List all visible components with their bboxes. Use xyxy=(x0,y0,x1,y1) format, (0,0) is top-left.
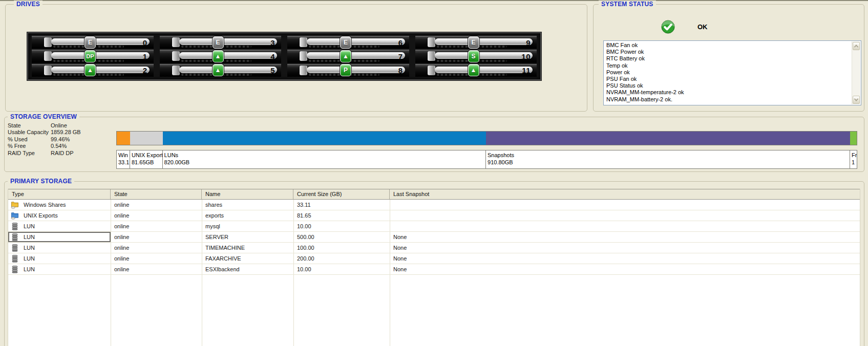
chevron-down-icon xyxy=(854,97,858,101)
field-percent-used: % Used 99.46% xyxy=(8,136,81,143)
row-state: online xyxy=(111,232,202,242)
table-row[interactable]: LUN online mysql 10.00 xyxy=(8,221,860,232)
table-row-selected[interactable]: LUN online SERVER 500.00 None xyxy=(8,232,860,243)
row-type: LUN xyxy=(24,243,35,253)
drive-status-badge: DP xyxy=(84,50,96,62)
drive-latch xyxy=(428,51,435,61)
drive-handle xyxy=(179,67,278,73)
capacity-segment-windows xyxy=(117,132,130,145)
row-type: LUN xyxy=(24,253,35,264)
primary-storage-title: PRIMARY STORAGE xyxy=(8,178,74,185)
row-state: online xyxy=(111,264,202,274)
storage-overview-fields: State Online Usable Capacity 1859.28 GB … xyxy=(8,122,81,157)
drive-status-badge: ▲ xyxy=(340,50,351,62)
status-list-scrollbar[interactable] xyxy=(852,41,860,104)
row-state: online xyxy=(111,210,202,221)
drive-status-badge: S xyxy=(468,50,479,62)
legend-unix: UNIX Export 81.65GB xyxy=(130,150,163,168)
system-status-title: SYSTEM STATUS xyxy=(599,1,656,8)
drive-bay-11[interactable]: 11 ▲ xyxy=(415,64,537,77)
field-usable-capacity: Usable Capacity 1859.28 GB xyxy=(8,129,81,136)
drive-number: 11 xyxy=(522,66,531,75)
row-state: online xyxy=(111,200,202,210)
drive-bay-1[interactable]: 1 DP xyxy=(32,50,154,62)
lun-disk-icon xyxy=(11,244,19,252)
drive-bay-10[interactable]: 10 S xyxy=(415,50,537,62)
drive-latch xyxy=(172,37,180,47)
column-header-type[interactable]: Type xyxy=(8,189,111,199)
drive-bay-5[interactable]: 5 ▲ xyxy=(160,64,282,77)
drive-status-badge: ▲ xyxy=(213,50,224,62)
drive-number: 7 xyxy=(398,52,403,60)
scroll-up-button[interactable] xyxy=(853,42,860,50)
row-size: 500.00 xyxy=(293,232,390,242)
field-percent-free: % Free 0.54% xyxy=(8,143,81,149)
legend-windows: Win 33.1 xyxy=(117,150,130,168)
row-size: 100.00 xyxy=(293,243,390,253)
field-state: State Online xyxy=(8,122,81,129)
drive-number: 1 xyxy=(143,52,147,60)
drive-number: 5 xyxy=(270,66,275,75)
drive-latch xyxy=(300,51,307,61)
scroll-down-button[interactable] xyxy=(853,96,860,104)
drive-latch xyxy=(44,37,52,47)
drive-latch xyxy=(44,51,52,61)
drive-handle xyxy=(307,38,405,45)
drive-status-badge: E xyxy=(213,36,224,49)
drive-latch xyxy=(428,66,435,75)
table-row[interactable]: Windows Shares online shares 33.11 xyxy=(8,200,860,210)
row-size: 10.00 xyxy=(293,264,390,274)
drive-handle xyxy=(51,67,150,73)
row-name: mysql xyxy=(202,221,293,231)
drive-bay-6[interactable]: 6 E xyxy=(287,36,409,49)
table-row[interactable]: LUN online ESXIbackend 10.00 None xyxy=(8,264,860,275)
column-header-size[interactable]: Current Size (GB) xyxy=(293,189,390,199)
drive-bay-4[interactable]: 4 ▲ xyxy=(160,50,282,62)
drive-number: 4 xyxy=(270,52,275,60)
drive-latch xyxy=(428,37,435,47)
lun-disk-icon xyxy=(11,233,19,241)
system-status-state: OK xyxy=(661,20,708,34)
drive-latch xyxy=(172,51,180,61)
status-message: BMC Fan ok xyxy=(606,42,850,49)
drive-latch xyxy=(300,66,307,75)
drive-bay-8[interactable]: 8 P xyxy=(287,64,409,77)
status-message: PSU Status ok xyxy=(606,82,850,89)
drive-bay-7[interactable]: 7 ▲ xyxy=(287,50,409,62)
row-size: 10.00 xyxy=(293,221,390,231)
drive-latch xyxy=(172,66,180,75)
row-type: Windows Shares xyxy=(24,200,66,210)
drive-bay-2[interactable]: 2 ▲ xyxy=(32,64,154,77)
drive-bay-0[interactable]: 0 E xyxy=(32,36,154,49)
row-name: exports xyxy=(202,210,293,221)
drive-number: 6 xyxy=(398,38,403,47)
row-name: TIMEMACHINE xyxy=(202,243,293,253)
status-message: Temp ok xyxy=(606,62,850,69)
drive-number: 0 xyxy=(143,38,147,47)
column-header-last-snapshot[interactable]: Last Snapshot xyxy=(390,189,860,199)
row-size: 81.65 xyxy=(293,210,390,221)
drive-bay-3[interactable]: 3 E xyxy=(160,36,282,49)
row-state: online xyxy=(111,253,202,264)
table-row[interactable]: UNIX Exports online exports 81.65 xyxy=(8,210,860,221)
primary-storage-table: Type State Name Current Size (GB) Last S… xyxy=(8,189,860,346)
drive-handle xyxy=(179,38,278,45)
row-type: LUN xyxy=(24,232,35,242)
row-last-snapshot xyxy=(390,210,860,221)
column-header-state[interactable]: State xyxy=(111,189,202,199)
drive-status-badge: ▲ xyxy=(468,64,479,76)
table-row[interactable]: LUN online FAXARCHIVE 200.00 None xyxy=(8,253,860,264)
primary-storage-groupbox: PRIMARY STORAGE Type State Name Current … xyxy=(4,181,864,346)
table-row[interactable]: LUN online TIMEMACHINE 100.00 None xyxy=(8,243,860,253)
drive-bay-9[interactable]: 9 E xyxy=(415,36,537,49)
row-name: FAXARCHIVE xyxy=(202,253,293,264)
system-status-list[interactable]: BMC Fan ok BMC Power ok RTC Battery ok T… xyxy=(603,40,861,105)
drive-status-badge: E xyxy=(84,36,96,49)
status-message: RTC Battery ok xyxy=(606,55,850,62)
drive-enclosure: 0 E 1 DP 2 ▲ 3 xyxy=(27,32,541,80)
column-header-name[interactable]: Name xyxy=(202,189,293,199)
drive-column-2: 3 E 4 ▲ 5 ▲ xyxy=(160,36,282,77)
drive-handle xyxy=(435,52,533,59)
unix-exports-icon xyxy=(11,211,19,220)
drive-status-badge: ▲ xyxy=(84,64,96,76)
